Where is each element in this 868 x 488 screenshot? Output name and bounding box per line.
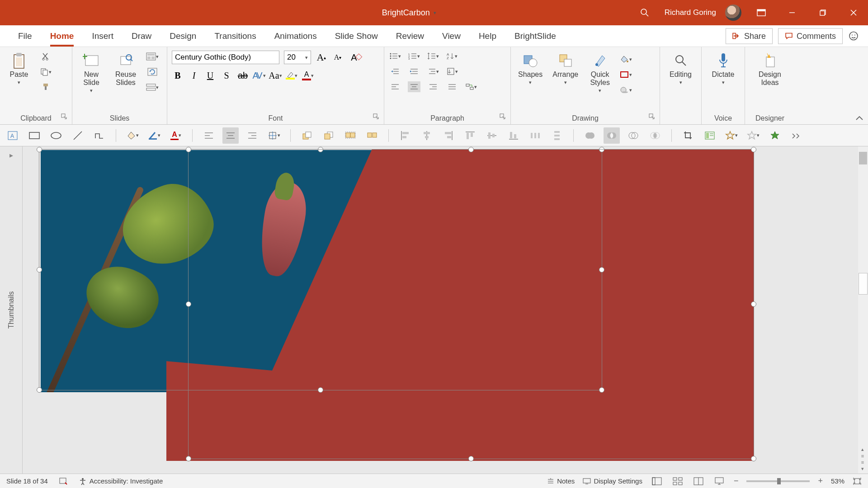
line-spacing-icon[interactable]: ▾ [427,51,439,61]
tab-home[interactable]: Home [41,25,83,47]
text-direction-icon[interactable]: ▾ [446,66,458,77]
tab-slide-show[interactable]: Slide Show [326,25,387,47]
tab-review[interactable]: Review [387,25,433,47]
increase-indent-icon[interactable] [408,66,420,77]
format-painter-icon[interactable] [39,81,52,93]
oval-tool-icon[interactable] [48,127,64,144]
justify-icon[interactable] [446,81,458,92]
tab-draw[interactable]: Draw [123,25,160,47]
new-slide-button[interactable]: New Slide ▾ [77,51,106,94]
character-spacing-icon[interactable]: AV▾ [253,70,265,81]
window-close-icon[interactable] [843,4,864,22]
align-objects-right-icon[interactable] [440,127,457,144]
send-backward-icon[interactable] [321,127,337,144]
drawing-dialog-launcher-icon[interactable] [649,113,657,122]
document-title[interactable]: BrightCarbon [382,8,430,18]
expand-thumbnails-icon[interactable]: ▸ [9,151,13,160]
ungroup-icon[interactable] [364,127,380,144]
merge-intersect-icon[interactable] [647,127,663,144]
reset-slide-icon[interactable] [146,66,159,78]
share-button[interactable]: Share [726,28,773,44]
comments-button[interactable]: Comments [778,28,843,44]
layout-icon[interactable]: ▾ [146,51,159,62]
paragraph-dialog-launcher-icon[interactable] [500,113,508,122]
align-center-icon[interactable] [408,81,420,92]
animation-star-icon[interactable]: ▾ [723,127,740,144]
user-avatar[interactable] [725,5,741,21]
document-title-caret-icon[interactable]: ▾ [434,10,436,16]
zoom-slider-handle[interactable] [777,478,781,484]
reading-view-icon[interactable] [692,476,705,486]
tab-design[interactable]: Design [160,25,205,47]
selection-box-shape[interactable] [188,149,754,459]
line-tool-icon[interactable] [70,127,86,144]
merge-fragment-icon[interactable] [625,127,642,144]
zoom-in-icon[interactable]: + [818,476,823,486]
accessibility-button[interactable]: Accessibility: Investigate [79,477,163,485]
reuse-slides-button[interactable]: Reuse Slides [111,51,140,88]
fill-color-tool-icon[interactable]: ▾ [124,127,141,144]
collapse-ribbon-icon[interactable] [855,115,863,122]
underline-button[interactable]: U [204,70,216,81]
increase-font-icon[interactable]: A▴ [316,52,327,63]
editing-button[interactable]: Editing▾ [666,51,695,86]
decrease-font-icon[interactable]: A▾ [332,52,344,63]
normal-view-icon[interactable] [651,476,663,486]
bring-forward-icon[interactable] [299,127,315,144]
font-dialog-launcher-icon[interactable] [373,113,381,122]
merge-union-icon[interactable] [582,127,598,144]
rectangle-tool-icon[interactable] [26,127,42,144]
prev-slide-icon[interactable]: ▴ [861,446,864,452]
sort-az-icon[interactable]: AZ▾ [446,51,458,61]
window-minimize-icon[interactable] [781,4,803,22]
outline-color-tool-icon[interactable]: ▾ [146,127,162,144]
decrease-indent-icon[interactable] [389,66,401,77]
slide-sorter-view-icon[interactable] [671,476,684,486]
align-left-icon[interactable] [389,81,401,92]
signed-in-user[interactable]: Richard Goring [665,8,716,17]
merge-combine-icon[interactable] [604,127,620,144]
arrange-button[interactable]: Arrange▾ [550,51,581,86]
font-color-icon[interactable]: A▾ [302,70,314,81]
convert-smartart-icon[interactable]: ▾ [465,81,477,92]
distribute-horizontal-icon[interactable] [527,127,543,144]
selection-pane-icon[interactable] [702,127,718,144]
highlight-color-icon[interactable]: ▾ [286,70,297,81]
strikethrough-button[interactable]: ab [237,70,249,81]
distribute-vertical-icon[interactable] [549,127,565,144]
align-right-tool-icon[interactable] [244,127,260,144]
change-case-icon[interactable]: Aa▾ [269,70,281,81]
crop-icon[interactable] [680,127,696,144]
align-objects-left-icon[interactable] [397,127,413,144]
display-settings-button[interactable]: Display Settings [583,477,642,485]
align-objects-top-icon[interactable] [462,127,478,144]
slideshow-view-icon[interactable] [713,476,726,486]
search-icon[interactable] [634,4,656,22]
scrollbar-split-handle[interactable] [859,273,868,295]
shape-outline-icon[interactable]: ▾ [619,69,632,80]
notes-button[interactable]: Notes [547,477,575,485]
vertical-scrollbar[interactable]: ▴ ≡ ≡ ▾ [858,146,868,474]
quick-styles-button[interactable]: Quick Styles▾ [585,51,614,94]
tab-transitions[interactable]: Transitions [205,25,265,47]
clipboard-dialog-launcher-icon[interactable] [61,113,69,122]
tab-view[interactable]: View [433,25,470,47]
group-icon[interactable] [342,127,359,144]
slide-counter[interactable]: Slide 18 of 34 [6,477,48,485]
shape-effects-icon[interactable]: ▾ [619,84,632,96]
window-restore-icon[interactable] [812,4,834,22]
animation-star-gray-icon[interactable]: ▾ [745,127,761,144]
align-right-icon[interactable] [427,81,439,92]
clear-formatting-icon[interactable]: A◇ [348,52,360,63]
paste-button[interactable]: Paste ▾ [5,51,33,86]
tab-help[interactable]: Help [470,25,505,47]
font-size-select[interactable]: 20▾ [284,51,311,64]
cut-icon[interactable] [39,51,52,62]
tab-animations[interactable]: Animations [265,25,326,47]
animation-star-green-icon[interactable] [767,127,783,144]
slide-canvas[interactable]: ▴ ≡ ≡ ▾ [23,146,868,474]
zoom-level[interactable]: 53% [831,477,844,485]
textbox-tool-icon[interactable]: A [5,127,21,144]
tab-insert[interactable]: Insert [83,25,123,47]
align-objects-middle-icon[interactable] [484,127,500,144]
